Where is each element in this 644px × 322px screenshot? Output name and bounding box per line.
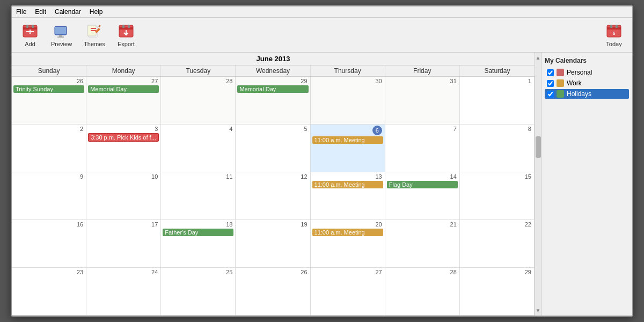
day-cell-0-5[interactable]: 31: [385, 77, 460, 124]
day-cell-3-4[interactable]: 2011:00 a.m. Meeting: [311, 220, 385, 267]
day-number: 6: [312, 126, 383, 135]
svg-rect-5: [30, 30, 31, 34]
day-cell-2-4[interactable]: 1311:00 a.m. Meeting: [311, 172, 385, 219]
day-number: 29: [462, 269, 532, 275]
event-item[interactable]: Father's Day: [163, 229, 233, 236]
day-cell-4-3[interactable]: 26: [236, 268, 310, 315]
event-item[interactable]: Memorial Day: [237, 85, 308, 93]
day-headers: Sunday Monday Tuesday Wednesday Thursday…: [12, 65, 535, 77]
day-number: 2: [13, 126, 84, 132]
day-cell-1-1[interactable]: 33:30 p.m. Pick Kids of f...: [86, 125, 161, 172]
day-cell-1-6[interactable]: 8: [460, 125, 535, 172]
svg-rect-9: [57, 36, 64, 38]
add-button[interactable]: Add: [16, 20, 44, 50]
event-item[interactable]: 11:00 a.m. Meeting: [312, 181, 383, 188]
day-number: 19: [237, 221, 308, 228]
day-cell-3-0[interactable]: 16: [12, 220, 86, 267]
day-cell-0-3[interactable]: 29Memorial Day: [236, 77, 310, 124]
preview-icon: [53, 23, 70, 40]
day-cell-3-3[interactable]: 19: [236, 220, 310, 267]
day-cell-1-2[interactable]: 4: [161, 125, 236, 172]
week-row-3: 161718Father's Day192011:00 a.m. Meeting…: [12, 220, 535, 268]
themes-button[interactable]: Themes: [79, 20, 110, 50]
sidebar-item-work[interactable]: Work: [545, 78, 629, 88]
day-cell-0-1[interactable]: 27Memorial Day: [86, 77, 161, 124]
header-sat: Saturday: [460, 65, 535, 76]
event-item[interactable]: Memorial Day: [88, 85, 159, 93]
day-number: 23: [13, 269, 84, 275]
sidebar-title: My Calendars: [545, 57, 629, 64]
day-cell-0-2[interactable]: 28: [161, 77, 236, 124]
week-row-4: 23242526272829: [12, 268, 535, 316]
day-number: 17: [88, 221, 159, 228]
today-button[interactable]: 6 Today: [600, 20, 628, 50]
day-cell-2-2[interactable]: 11: [161, 172, 236, 219]
day-cell-1-3[interactable]: 5: [236, 125, 310, 172]
calendar-checkbox-holidays[interactable]: [547, 91, 554, 98]
day-cell-1-5[interactable]: 7: [385, 125, 460, 172]
event-item[interactable]: 3:30 p.m. Pick Kids of f...: [88, 133, 159, 142]
day-cell-2-1[interactable]: 10: [86, 172, 161, 219]
day-cell-2-0[interactable]: 9: [12, 172, 86, 219]
day-cell-4-0[interactable]: 23: [12, 268, 86, 315]
day-cell-4-1[interactable]: 24: [86, 268, 161, 315]
day-number: 24: [88, 269, 159, 275]
svg-rect-16: [122, 25, 125, 28]
scrollbar[interactable]: ▲ ▼: [535, 53, 541, 316]
day-cell-2-3[interactable]: 12: [236, 172, 310, 219]
svg-rect-3: [32, 25, 34, 28]
day-cell-2-5[interactable]: 14Flag Day: [385, 172, 460, 219]
event-item[interactable]: 11:00 a.m. Meeting: [312, 136, 383, 144]
day-cell-2-6[interactable]: 15: [460, 172, 535, 219]
header-fri: Friday: [385, 65, 460, 76]
day-cell-4-4[interactable]: 27: [311, 268, 385, 315]
day-cell-4-5[interactable]: 28: [385, 268, 460, 315]
day-number: 25: [163, 269, 233, 275]
calendar-color-personal: [557, 69, 564, 76]
day-number: 20: [312, 221, 383, 228]
export-button[interactable]: Export: [112, 20, 140, 50]
themes-icon: [86, 23, 103, 40]
sidebar-item-personal[interactable]: Personal: [545, 68, 629, 77]
calendar-grid: 26Trinity Sunday27Memorial Day2829Memori…: [12, 77, 535, 316]
day-cell-4-6[interactable]: 29: [460, 268, 535, 315]
day-cell-1-4[interactable]: 611:00 a.m. Meeting: [311, 125, 385, 172]
day-cell-3-6[interactable]: 22: [460, 220, 535, 267]
menu-edit[interactable]: Edit: [35, 8, 46, 16]
calendar-checkbox-work[interactable]: [547, 80, 554, 87]
day-cell-3-1[interactable]: 17: [86, 220, 161, 267]
event-item[interactable]: Flag Day: [387, 181, 458, 188]
menu-calendar[interactable]: Calendar: [55, 8, 81, 16]
day-number: 5: [237, 126, 308, 132]
export-label: Export: [118, 41, 135, 47]
day-number: 14: [387, 173, 458, 180]
day-cell-0-4[interactable]: 30: [311, 77, 385, 124]
calendar-checkbox-personal[interactable]: [547, 69, 554, 76]
preview-button[interactable]: Preview: [46, 20, 77, 50]
day-number: 28: [387, 269, 458, 275]
day-cell-0-6[interactable]: 1: [460, 77, 535, 124]
sidebar-item-holidays[interactable]: Holidays: [545, 89, 629, 99]
event-item[interactable]: 11:00 a.m. Meeting: [312, 229, 383, 236]
scroll-thumb[interactable]: [536, 136, 541, 158]
day-cell-3-2[interactable]: 18Father's Day: [161, 220, 236, 267]
day-number: 10: [88, 173, 159, 180]
main-area: June 2013 Sunday Monday Tuesday Wednesda…: [12, 53, 632, 316]
day-cell-3-5[interactable]: 21: [385, 220, 460, 267]
menu-help[interactable]: Help: [90, 8, 103, 16]
preview-label: Preview: [51, 41, 72, 47]
header-tue: Tuesday: [161, 65, 236, 76]
header-sun: Sunday: [12, 65, 86, 76]
day-number: 27: [312, 269, 383, 275]
day-number: 16: [13, 221, 84, 228]
day-number: 22: [462, 221, 532, 228]
day-cell-1-0[interactable]: 2: [12, 125, 86, 172]
day-cell-4-2[interactable]: 25: [161, 268, 236, 315]
menubar: File Edit Calendar Help: [12, 6, 632, 18]
day-cell-0-0[interactable]: 26Trinity Sunday: [12, 77, 86, 124]
day-number: 9: [13, 173, 84, 180]
menu-file[interactable]: File: [16, 8, 26, 16]
day-number: 28: [163, 78, 233, 84]
header-thu: Thursday: [311, 65, 385, 76]
event-item[interactable]: Trinity Sunday: [13, 85, 84, 93]
